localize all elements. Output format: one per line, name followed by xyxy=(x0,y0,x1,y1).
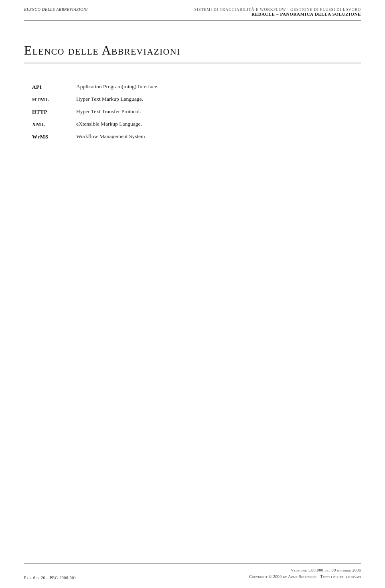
abbrev-definition: Hyper Text Markup Language. xyxy=(76,96,361,102)
page-wrapper: Elenco delle Abbreviazioni Sistemi di Tr… xyxy=(0,0,385,588)
abbrev-term: HTML xyxy=(32,96,76,103)
page-header: Elenco delle Abbreviazioni Sistemi di Tr… xyxy=(24,0,361,21)
footer-right: Versione 1.00.000 del 09 ottobre 2006 Co… xyxy=(249,567,361,580)
abbrev-row: XMLeXtensible Markup Language. xyxy=(32,121,361,128)
abbrev-definition: Hyper Text Transfer Protocol. xyxy=(76,108,361,115)
page-title-section: Elenco delle Abbreviazioni xyxy=(24,43,361,63)
abbrev-row: WfMSWorkflow Management System xyxy=(32,133,361,140)
abbrev-term: WfMS xyxy=(32,133,76,140)
abbrev-row: HTMLHyper Text Markup Language. xyxy=(32,96,361,103)
header-section-label: Elenco delle Abbreviazioni xyxy=(24,7,88,12)
abbreviation-list: APIApplication Program(ming) Interface.H… xyxy=(24,83,361,140)
footer-copyright: Copyright © 2006 by Acme Solutions - Tut… xyxy=(249,574,361,580)
page-footer: Pag. 6 di 20 – PRG-2006-001 Versione 1.0… xyxy=(24,564,361,580)
abbrev-definition: eXtensible Markup Language. xyxy=(76,121,361,127)
header-right: Sistemi di Tracciabilità e Workflow - Ge… xyxy=(195,7,361,16)
abbrev-row: HTTPHyper Text Transfer Protocol. xyxy=(32,108,361,115)
abbrev-term: HTTP xyxy=(32,108,76,115)
header-main-title: Sistemi di Tracciabilità e Workflow - Ge… xyxy=(195,7,361,12)
header-sub-title: Redacle – Panoramica della soluzione xyxy=(195,12,361,16)
page-title: Elenco delle Abbreviazioni xyxy=(24,43,361,58)
abbrev-definition: Application Program(ming) Interface. xyxy=(76,83,361,90)
abbrev-row: APIApplication Program(ming) Interface. xyxy=(32,83,361,90)
abbrev-term: API xyxy=(32,83,76,90)
footer-version: Versione 1.00.000 del 09 ottobre 2006 xyxy=(249,567,361,574)
abbrev-term: XML xyxy=(32,121,76,128)
footer-page-number: Pag. 6 di 20 – PRG-2006-001 xyxy=(24,576,76,580)
abbrev-definition: Workflow Management System xyxy=(76,133,361,140)
